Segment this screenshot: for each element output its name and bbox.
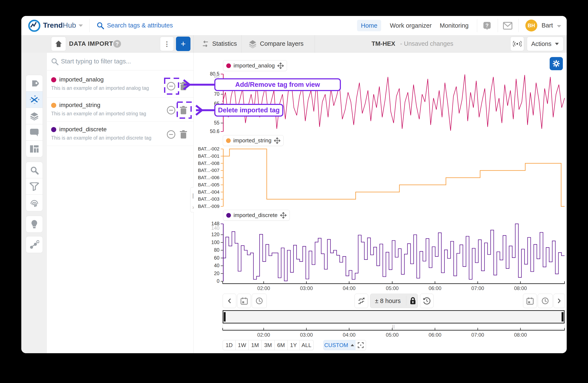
global-search-input[interactable]: Search tags & attributes <box>107 22 173 29</box>
sidebar-item-formulas[interactable]: +÷×− <box>26 91 43 108</box>
remove-tag-from-view-icon-analog[interactable] <box>166 81 176 91</box>
fit-view-button[interactable] <box>355 340 366 350</box>
avatar[interactable]: BH <box>525 19 537 32</box>
bulb-icon <box>30 220 39 229</box>
svg-text:+: + <box>34 95 36 98</box>
sidebar-item-dashboard[interactable] <box>26 140 43 157</box>
tab-compare-layers[interactable]: Compare layers <box>260 40 304 47</box>
tag-name: imported_discrete <box>59 126 107 133</box>
svg-text:÷: ÷ <box>30 98 31 101</box>
topbar-divider <box>518 19 519 32</box>
panel-help-icon[interactable]: ? <box>113 40 121 48</box>
funnel-icon <box>30 182 39 191</box>
toolbar-divider <box>193 35 194 53</box>
duration-label: ± 8 hours <box>370 297 403 305</box>
chart-settings-button[interactable] <box>550 57 563 70</box>
brush-right-handle[interactable] <box>562 312 564 322</box>
lock-icon[interactable] <box>410 297 416 305</box>
tag-name: imported_string <box>59 102 100 109</box>
compare-steps-button[interactable] <box>355 294 368 308</box>
nav-monitoring[interactable]: Monitoring <box>436 20 472 31</box>
topbar-divider <box>498 19 498 32</box>
legend-dot <box>226 138 231 143</box>
brush-left-handle[interactable] <box>224 312 226 322</box>
overview-strip[interactable] <box>223 310 565 324</box>
top-bar: TrendHub Search tags & attributes Home W… <box>21 16 567 35</box>
pan-right-button[interactable] <box>553 294 565 308</box>
legend-chip-imported-string[interactable]: imported_string <box>223 135 284 146</box>
calendar-start-button[interactable] <box>237 294 251 308</box>
pan-left-button[interactable] <box>223 294 236 308</box>
tag-description: This is an example of an imported string… <box>51 111 146 116</box>
range-button-3m[interactable]: 3M <box>262 340 275 350</box>
move-icon[interactable] <box>274 137 280 144</box>
brand-name[interactable]: TrendHub <box>43 21 76 29</box>
legend-label: imported_discrete <box>233 212 278 219</box>
panel-home-button[interactable] <box>51 37 66 51</box>
view-name: TM-HEX <box>372 40 395 47</box>
actions-button[interactable]: Actions <box>527 37 564 51</box>
range-button-all[interactable]: ALL <box>299 340 314 350</box>
calendar-end-button[interactable] <box>523 294 537 308</box>
sidebar-item-context[interactable] <box>26 236 43 253</box>
mail-icon[interactable] <box>503 22 513 30</box>
statistics-icon <box>202 41 209 47</box>
live-broadcast-button[interactable] <box>510 37 524 51</box>
user-name[interactable]: Bart <box>542 22 553 29</box>
delete-tag-icon-string[interactable] <box>179 105 188 115</box>
legend-label: imported_analog <box>233 62 275 69</box>
dashboard-icon <box>30 145 39 153</box>
sidebar-item-fingerprint[interactable] <box>26 194 43 211</box>
svg-text:−: − <box>34 102 35 105</box>
clock-start-button[interactable] <box>252 294 267 308</box>
range-button-6m[interactable]: 6M <box>275 340 288 350</box>
nav-work-organizer[interactable]: Work organizer <box>386 20 436 31</box>
legend-chip-imported-analog[interactable]: imported_analog <box>223 60 287 71</box>
add-tag-button[interactable]: + <box>176 37 190 51</box>
brand-caret-icon[interactable] <box>78 24 84 27</box>
trendhub-logo-icon <box>28 19 41 32</box>
clock-end-button[interactable] <box>538 294 553 308</box>
brush-scroll-track[interactable]: || <box>223 324 565 329</box>
legend-dot <box>226 213 231 218</box>
delete-tag-icon-discrete[interactable] <box>179 130 188 139</box>
comment-icon <box>30 128 39 137</box>
range-button-1m[interactable]: 1M <box>249 340 262 350</box>
panel-title: DATA IMPORT <box>69 40 113 47</box>
sidebar-item-suggestions[interactable] <box>26 216 43 232</box>
sidebar-item-comments[interactable] <box>26 124 43 141</box>
fingerprint-icon <box>30 198 39 208</box>
range-button-1d[interactable]: 1D <box>223 340 236 350</box>
move-icon[interactable] <box>277 62 284 69</box>
tag-description: This is an example of an imported analog… <box>51 85 149 91</box>
delete-tag-icon-analog[interactable] <box>179 81 188 91</box>
help-icon[interactable]: ? <box>482 21 492 31</box>
kebab-menu-button[interactable]: ⋮ <box>160 37 174 51</box>
tag-filter-row[interactable]: Start typing to filter tags... <box>47 53 193 70</box>
tool-sidebar: +÷×− <box>21 53 47 353</box>
remove-tag-from-view-icon-discrete[interactable] <box>166 130 176 139</box>
sidebar-item-layers[interactable] <box>26 108 43 124</box>
nav-home[interactable]: Home <box>357 20 381 31</box>
topbar-divider <box>477 19 477 32</box>
range-button-1y[interactable]: 1Y <box>288 340 299 350</box>
sidebar-item-tags[interactable] <box>26 75 43 92</box>
range-button-1w[interactable]: 1W <box>236 340 249 350</box>
user-caret-icon[interactable] <box>556 24 562 28</box>
tag-name: imported_analog <box>59 76 104 83</box>
legend-chip-imported-discrete[interactable]: imported_discrete <box>223 210 290 221</box>
sidebar-item-search[interactable] <box>26 162 43 178</box>
remove-tag-from-view-icon-string[interactable] <box>166 105 176 115</box>
formula-icon: +÷×− <box>29 95 39 105</box>
view-status: - Unsaved changes <box>400 40 453 47</box>
duration-selector[interactable]: ± 8 hours <box>370 294 418 308</box>
tab-statistics[interactable]: Statistics <box>212 40 237 47</box>
tag-panel: Start typing to filter tags... imported_… <box>47 53 194 353</box>
custom-range-button[interactable]: CUSTOM <box>323 340 355 350</box>
tag-filter-input[interactable]: Start typing to filter tags... <box>61 58 131 65</box>
history-button[interactable] <box>420 294 434 308</box>
sidebar-item-filter[interactable] <box>26 178 43 195</box>
move-icon[interactable] <box>280 212 287 219</box>
compare-layers-icon <box>248 40 257 48</box>
svg-text:?: ? <box>485 22 489 28</box>
